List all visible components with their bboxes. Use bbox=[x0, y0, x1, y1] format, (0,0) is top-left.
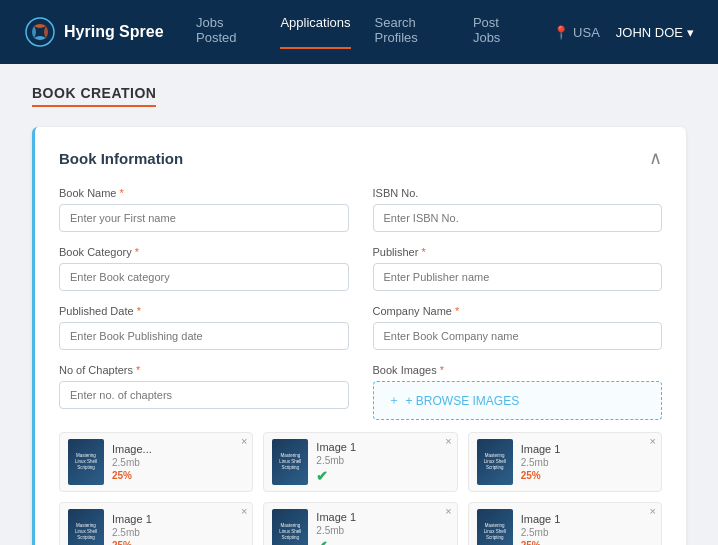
image-size: 2.5mb bbox=[112, 527, 244, 538]
company-name-input[interactable] bbox=[373, 322, 663, 350]
required-indicator: * bbox=[120, 187, 124, 199]
logo: Hyring Spree bbox=[24, 16, 164, 48]
company-name-group: Company Name * bbox=[373, 305, 663, 350]
book-images-label: Book Images * bbox=[373, 364, 663, 376]
image-info: Image 12.5mb25% bbox=[112, 513, 244, 545]
browse-images-button[interactable]: ＋ + BROWSE IMAGES bbox=[373, 381, 663, 420]
card-header: Book Information ∧ bbox=[59, 147, 662, 169]
image-card: ×MasteringLinux ShellScriptingImage...2.… bbox=[59, 432, 253, 492]
header-right: 📍 USA JOHN DOE ▾ bbox=[553, 25, 694, 40]
image-name: Image 1 bbox=[521, 513, 653, 525]
card-title: Book Information bbox=[59, 150, 183, 167]
book-name-group: Book Name * bbox=[59, 187, 349, 232]
image-remove-button[interactable]: × bbox=[445, 506, 451, 517]
image-card: ×MasteringLinux ShellScriptingImage 12.5… bbox=[468, 432, 662, 492]
location-info: 📍 USA bbox=[553, 25, 600, 40]
collapse-button[interactable]: ∧ bbox=[649, 147, 662, 169]
book-thumbnail: MasteringLinux ShellScripting bbox=[477, 439, 513, 485]
no-chapters-label: No of Chapters * bbox=[59, 364, 349, 376]
image-info: Image 12.5mb25% bbox=[521, 513, 653, 545]
book-thumbnail: MasteringLinux ShellScripting bbox=[68, 439, 104, 485]
page-content: BOOK CREATION Book Information ∧ Book Na… bbox=[0, 64, 718, 545]
image-card: ×MasteringLinux ShellScriptingImage 12.5… bbox=[468, 502, 662, 545]
logo-icon bbox=[24, 16, 56, 48]
image-name: Image 1 bbox=[316, 511, 448, 523]
browse-plus-icon: ＋ bbox=[388, 392, 400, 409]
image-info: Image 12.5mb25% bbox=[521, 443, 653, 481]
published-date-input[interactable] bbox=[59, 322, 349, 350]
isbn-group: ISBN No. bbox=[373, 187, 663, 232]
publisher-input[interactable] bbox=[373, 263, 663, 291]
image-size: 2.5mb bbox=[521, 527, 653, 538]
image-remove-button[interactable]: × bbox=[241, 506, 247, 517]
no-chapters-input[interactable] bbox=[59, 381, 349, 409]
location-text: USA bbox=[573, 25, 600, 40]
isbn-label: ISBN No. bbox=[373, 187, 663, 199]
book-thumbnail: MasteringLinux ShellScripting bbox=[68, 509, 104, 545]
book-images-group: Book Images * ＋ + BROWSE IMAGES bbox=[373, 364, 663, 420]
publisher-label: Publisher * bbox=[373, 246, 663, 258]
user-name: JOHN DOE bbox=[616, 25, 683, 40]
logo-text: Hyring Spree bbox=[64, 23, 164, 41]
svg-point-0 bbox=[26, 18, 54, 46]
image-info: Image 12.5mb✔ bbox=[316, 511, 448, 546]
chevron-down-icon: ▾ bbox=[687, 25, 694, 40]
main-nav: Jobs Posted Applications Search Profiles… bbox=[196, 15, 521, 49]
image-card: ×MasteringLinux ShellScriptingImage 12.5… bbox=[263, 432, 457, 492]
nav-search-profiles[interactable]: Search Profiles bbox=[375, 15, 449, 49]
nav-applications[interactable]: Applications bbox=[280, 15, 350, 49]
published-date-group: Published Date * bbox=[59, 305, 349, 350]
image-status: 25% bbox=[112, 540, 244, 545]
company-name-label: Company Name * bbox=[373, 305, 663, 317]
book-thumbnail: MasteringLinux ShellScripting bbox=[477, 509, 513, 545]
page-title: BOOK CREATION bbox=[32, 85, 156, 107]
book-category-group: Book Category * bbox=[59, 246, 349, 291]
image-name: Image 1 bbox=[521, 443, 653, 455]
image-remove-button[interactable]: × bbox=[650, 506, 656, 517]
book-category-label: Book Category * bbox=[59, 246, 349, 258]
image-info: Image...2.5mb25% bbox=[112, 443, 244, 481]
book-thumbnail: MasteringLinux ShellScripting bbox=[272, 439, 308, 485]
image-status: ✔ bbox=[316, 538, 448, 546]
image-size: 2.5mb bbox=[316, 525, 448, 536]
image-status: ✔ bbox=[316, 468, 448, 484]
no-chapters-group: No of Chapters * bbox=[59, 364, 349, 420]
image-name: Image 1 bbox=[112, 513, 244, 525]
image-remove-button[interactable]: × bbox=[650, 436, 656, 447]
nav-post-jobs[interactable]: Post Jobs bbox=[473, 15, 521, 49]
image-size: 2.5mb bbox=[112, 457, 244, 468]
nav-jobs-posted[interactable]: Jobs Posted bbox=[196, 15, 256, 49]
image-status: 25% bbox=[521, 540, 653, 545]
images-grid: ×MasteringLinux ShellScriptingImage...2.… bbox=[59, 432, 662, 545]
image-card: ×MasteringLinux ShellScriptingImage 12.5… bbox=[59, 502, 253, 545]
image-name: Image 1 bbox=[316, 441, 448, 453]
book-name-input[interactable] bbox=[59, 204, 349, 232]
isbn-input[interactable] bbox=[373, 204, 663, 232]
image-name: Image... bbox=[112, 443, 244, 455]
image-size: 2.5mb bbox=[316, 455, 448, 466]
images-section: ×MasteringLinux ShellScriptingImage...2.… bbox=[59, 432, 662, 545]
image-remove-button[interactable]: × bbox=[445, 436, 451, 447]
image-card: ×MasteringLinux ShellScriptingImage 12.5… bbox=[263, 502, 457, 545]
image-status: 25% bbox=[521, 470, 653, 481]
image-status: 25% bbox=[112, 470, 244, 481]
book-thumbnail: MasteringLinux ShellScripting bbox=[272, 509, 308, 545]
form-grid: Book Name * ISBN No. Book Category * Pu bbox=[59, 187, 662, 420]
header: Hyring Spree Jobs Posted Applications Se… bbox=[0, 0, 718, 64]
browse-label: + BROWSE IMAGES bbox=[406, 394, 520, 408]
book-name-label: Book Name * bbox=[59, 187, 349, 199]
book-category-input[interactable] bbox=[59, 263, 349, 291]
book-creation-card: Book Information ∧ Book Name * ISBN No. bbox=[32, 127, 686, 545]
publisher-group: Publisher * bbox=[373, 246, 663, 291]
location-pin-icon: 📍 bbox=[553, 25, 569, 40]
published-date-label: Published Date * bbox=[59, 305, 349, 317]
user-menu[interactable]: JOHN DOE ▾ bbox=[616, 25, 694, 40]
image-info: Image 12.5mb✔ bbox=[316, 441, 448, 484]
image-size: 2.5mb bbox=[521, 457, 653, 468]
image-remove-button[interactable]: × bbox=[241, 436, 247, 447]
